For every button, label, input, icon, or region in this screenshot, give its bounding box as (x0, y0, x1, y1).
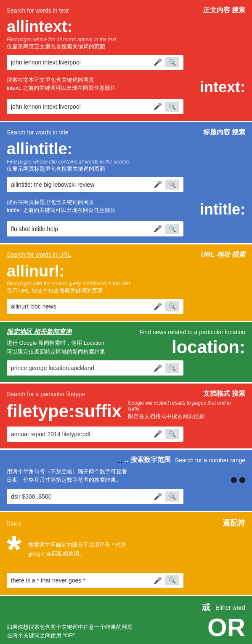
search-button-6[interactable]: 🔍 (165, 363, 179, 373)
allintitle-label-en: Search for words in title (7, 129, 68, 136)
filetype-search-bar: 🎤 🔍 (7, 427, 183, 442)
wildcard-label-en: Blank (7, 520, 21, 526)
search-button-8[interactable]: 🔍 (165, 491, 179, 502)
location-label-zh: 限定地区 相关新闻查询 (7, 328, 72, 336)
range-search-bar: 🎤 🔍 (7, 489, 183, 504)
allintext-search-input[interactable] (11, 59, 150, 66)
allintitle-section: Search for words in title 标题内容 搜索 allint… (0, 122, 252, 243)
search-button-7[interactable]: 🔍 (165, 429, 179, 439)
filetype-section: Search for a particular filetype 文档格式 搜索… (0, 384, 252, 448)
allintext-desc-en: Find pages where the all terms appear in… (7, 37, 245, 43)
allintitle-search-input[interactable] (11, 181, 150, 188)
mic-icon-9[interactable]: 🎤 (154, 577, 162, 585)
location-desc: 进行 Google 新闻检索时，使用 Location 可以限定仅返回特定区域的… (7, 339, 168, 357)
or-desc: 如果你想搜索包含两个关键词中任意一个结果的网页 在两个关键词之间使用 "OR" (7, 623, 203, 641)
range-search-input[interactable] (11, 493, 150, 500)
search-button-2[interactable]: 🔍 (165, 102, 179, 112)
mic-icon-3[interactable]: 🎤 (154, 180, 162, 188)
location-operator: location: (168, 338, 245, 356)
intitle-search-input[interactable] (11, 225, 150, 232)
search-button-4[interactable]: 🔍 (165, 224, 179, 234)
range-section: .. .. 搜索数字范围 Search for a number range 用… (0, 450, 252, 511)
location-section: 限定地区 相关新闻查询 Find news related to a parti… (0, 322, 252, 382)
allinurl-desc-zh: 显示 URL 地址中包含搜索关键词的页面 (7, 287, 245, 295)
wildcard-search-bar: 🎤 🔍 (7, 573, 183, 588)
wildcard-desc: 搜索词中不确定的部分可以用星号 * 代替， google 会匹配相关词。 (28, 541, 245, 558)
filetype-label-zh: 文档格式 搜索 (203, 389, 245, 398)
wildcard-star: * (7, 531, 21, 569)
allinurl-search-input[interactable] (11, 303, 150, 310)
allintext-label-en: Search for words in text (7, 7, 69, 14)
mic-icon-8[interactable]: 🎤 (154, 493, 162, 501)
dot-icon-1 (231, 477, 237, 483)
allinurl-label-en: Search for words in URL (7, 251, 71, 258)
search-button[interactable]: 🔍 (165, 57, 179, 67)
allintitle-sub-desc: 搜索在网页标题里包含关键词的网页 intitle: 之前的关键词可以出现在网页任… (7, 198, 196, 215)
allintext-section: Search for words in text 正文内容 搜索 allinte… (0, 0, 252, 121)
mic-icon[interactable]: 🎤 (154, 58, 162, 66)
range-dots: .. (118, 456, 123, 465)
allintitle-search-bar: 🎤 🔍 (7, 177, 183, 192)
allinurl-label-zh: URL 地址 搜索 (201, 250, 245, 259)
mic-icon-4[interactable]: 🎤 (154, 225, 162, 233)
mic-icon-5[interactable]: 🎤 (154, 303, 162, 311)
allintext-header: Search for words in text 正文内容 搜索 (7, 6, 245, 15)
filetype-operator: filetype:suffix (7, 402, 125, 421)
wildcard-section: Blank 通配符 * 搜索词中不确定的部分可以用星号 * 代替， google… (0, 512, 252, 595)
allinurl-section: Search for words in URL URL 地址 搜索 allinu… (0, 244, 252, 321)
search-button-9[interactable]: 🔍 (165, 575, 179, 585)
wildcard-search-input[interactable] (11, 577, 150, 584)
filetype-header: Search for a particular filetype 文档格式 搜索 (7, 389, 245, 398)
filetype-search-input[interactable] (11, 431, 150, 437)
intext-search-input[interactable] (11, 103, 150, 110)
allintitle-desc-en: Find pages whose title contains all word… (7, 159, 245, 165)
filetype-desc-zh: 限定在文档格式中搜索网页信息 (128, 413, 246, 420)
allintitle-header: Search for words in title 标题内容 搜索 (7, 128, 245, 137)
intext-search-bar: 🎤 🔍 (7, 99, 183, 114)
allintext-search-bar: 🎤 🔍 (7, 55, 183, 70)
range-label-zh: .. 搜索数字范围 (125, 456, 170, 464)
filetype-desc-en: Google will restrict results to pages th… (128, 400, 246, 412)
range-label-en: Search for a number range (175, 457, 245, 464)
intitle-operator: intitle: (196, 202, 245, 217)
search-button-5[interactable]: 🔍 (165, 301, 179, 311)
intext-operator: intext: (196, 80, 245, 95)
intitle-search-bar: 🎤 🔍 (7, 221, 183, 236)
or-operator: OR (203, 615, 245, 640)
allintext-operator: allintext: (7, 18, 245, 36)
allintitle-operator: allintitle: (7, 140, 245, 158)
allinurl-header: Search for words in URL URL 地址 搜索 (7, 250, 245, 259)
or-label-zh: 或 (202, 602, 210, 613)
wildcard-label-zh: 通配符 (223, 518, 245, 528)
allinurl-desc-en: Find pages with the search query mention… (7, 281, 245, 287)
range-desc: 用两个半角句号（不加空格）隔开两个数字可查看 日期、价格和尺寸等指定数字范围的搜… (7, 467, 227, 485)
allintitle-desc-zh: 仅显示网页标题里包含搜索关键词的页面 (7, 165, 245, 173)
allinurl-operator: allinurl: (7, 263, 245, 280)
or-section: 或 Either word 如果你想搜索包含两个关键词中任意一个结果的网页 在两… (0, 596, 252, 644)
search-button-3[interactable]: 🔍 (165, 180, 179, 190)
or-label-en: Either word (215, 604, 245, 611)
allintext-sub-desc: 搜索在文本正文里包含关键词的网页 intext: 之前的关键词可以出现在网页任意… (7, 76, 196, 92)
mic-icon-2[interactable]: 🎤 (154, 102, 162, 110)
allintext-label-zh: 正文内容 搜索 (203, 6, 245, 15)
location-search-input[interactable] (11, 365, 150, 371)
allintitle-label-zh: 标题内容 搜索 (203, 128, 245, 137)
allintext-desc-zh: 仅显示网页正文里包含搜索关键词的页面 (7, 43, 245, 51)
dot-icon-2 (239, 477, 245, 483)
allinurl-search-bar: 🎤 🔍 (7, 299, 183, 314)
mic-icon-7[interactable]: 🎤 (154, 430, 162, 438)
filetype-label-en: Search for a particular filetype (7, 391, 85, 397)
mic-icon-6[interactable]: 🎤 (154, 364, 162, 372)
location-label-en: Find news related to a particular locati… (140, 329, 245, 335)
location-search-bar: 🎤 🔍 (7, 360, 183, 376)
